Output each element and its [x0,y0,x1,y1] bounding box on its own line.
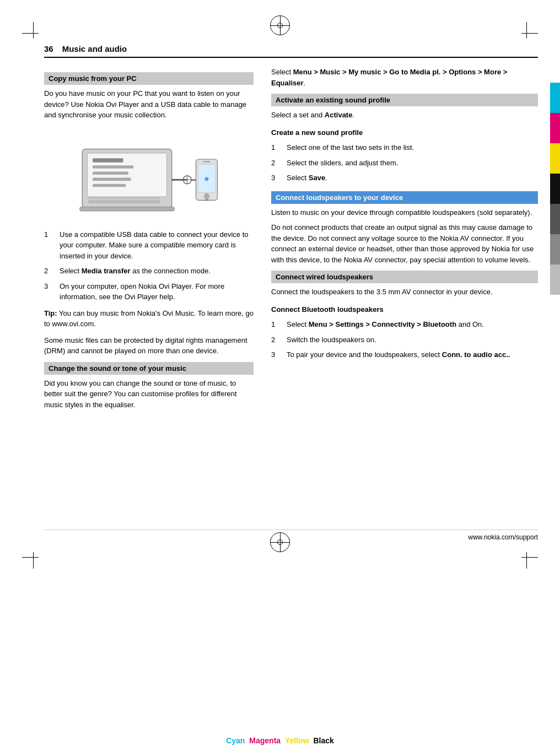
copy-step-2: 2 Select Media transfer as the connectio… [44,266,254,277]
legend-yellow: Yellow [285,736,309,745]
color-bar-gray1 [550,204,560,234]
copy-step-3: 3 On your computer, open Nokia Ovi Playe… [44,281,254,303]
svg-rect-5 [93,178,131,181]
svg-rect-9 [88,197,160,199]
crop-mark [521,33,538,34]
crop-mark [526,22,527,39]
laptop-phone-svg: ★ [77,131,220,219]
connect-speakers-para2: Do not connect products that create an o… [271,222,538,265]
color-bar-cyan [550,83,560,113]
svg-rect-8 [88,200,160,203]
device-image: ★ [77,129,220,220]
svg-rect-6 [93,184,126,187]
bluetooth-speakers-heading: Connect Bluetooth loudspeakers [271,305,384,314]
equaliser-instruction: Select Menu > Music > My music > Go to M… [271,67,538,88]
right-column: Select Menu > Music > My music > Go to M… [271,67,538,410]
crop-mark [22,557,39,558]
page-content: 36 Music and audio Copy music from your … [44,44,538,547]
change-sound-body: Did you know you can change the sound or… [44,378,254,411]
copy-step-1: 1 Use a compatible USB data cable to con… [44,229,254,262]
color-bar-gray3 [550,264,560,295]
wired-speakers-heading: Connect wired loudspeakers [271,271,538,283]
create-step-2: 2 Select the sliders, and adjust them. [271,158,538,169]
activate-profile-text: Select a set and Activate. [271,110,538,121]
columns: Copy music from your PC Do you have musi… [44,67,538,410]
crop-mark [22,33,39,34]
page-number: 36 [44,44,53,53]
connect-speakers-heading: Connect loudspeakers to your device [271,191,538,204]
connect-speakers-para1: Listen to music on your device through c… [271,207,538,218]
create-step-3: 3 Select Save. [271,172,538,183]
tip-text: Tip: You can buy music from Nokia's Ovi … [44,308,254,330]
copy-music-heading: Copy music from your PC [44,72,254,85]
page-header: 36 Music and audio [44,44,538,58]
svg-rect-16 [203,161,210,163]
svg-rect-4 [93,171,128,175]
registration-mark-top [270,15,290,35]
crop-mark [33,22,34,39]
color-bars [550,83,560,295]
svg-rect-7 [80,207,175,211]
color-bar-gray2 [550,234,560,264]
svg-rect-3 [93,165,133,169]
page-title: Music and audio [62,44,127,53]
color-bar-magenta [550,113,560,143]
color-bar-yellow [550,143,560,174]
create-step-1: 1 Select one of the last two sets in the… [271,142,538,153]
legend-black: Black [313,736,333,745]
svg-rect-2 [93,158,123,162]
change-sound-heading: Change the sound or tone of your music [44,362,254,375]
copy-steps-list: 1 Use a compatible USB data cable to con… [44,229,254,303]
crop-mark [33,552,34,569]
activate-profile-heading: Activate an existing sound profile [271,94,538,106]
crop-mark [521,557,538,558]
svg-point-17 [204,193,209,198]
wired-speakers-text: Connect the loudspeakers to the 3.5 mm A… [271,287,538,298]
create-profile-steps: 1 Select one of the last two sets in the… [271,142,538,183]
bluetooth-step-3: 3 To pair your device and the loudspeake… [271,349,538,360]
bluetooth-step-1: 1 Select Menu > Settings > Connectivity … [271,319,538,330]
create-profile-heading: Create a new sound profile [271,128,363,137]
bluetooth-step-2: 2 Switch the loudspeakers on. [271,334,538,345]
svg-rect-19 [204,199,208,201]
crop-mark [526,552,527,569]
left-column: Copy music from your PC Do you have musi… [44,67,254,410]
bottom-color-legend: Cyan Magenta Yellow Black [226,736,334,745]
footer-url: www.nokia.com/support [468,533,538,541]
bluetooth-steps: 1 Select Menu > Settings > Connectivity … [271,319,538,360]
legend-magenta: Magenta [249,736,281,745]
drm-text: Some music files can be protected by dig… [44,335,254,357]
page-footer: www.nokia.com/support [44,530,538,541]
color-bar-black [550,174,560,204]
svg-text:★: ★ [203,175,210,183]
legend-cyan: Cyan [226,736,245,745]
copy-music-body: Do you have music on your PC that you wa… [44,88,254,121]
